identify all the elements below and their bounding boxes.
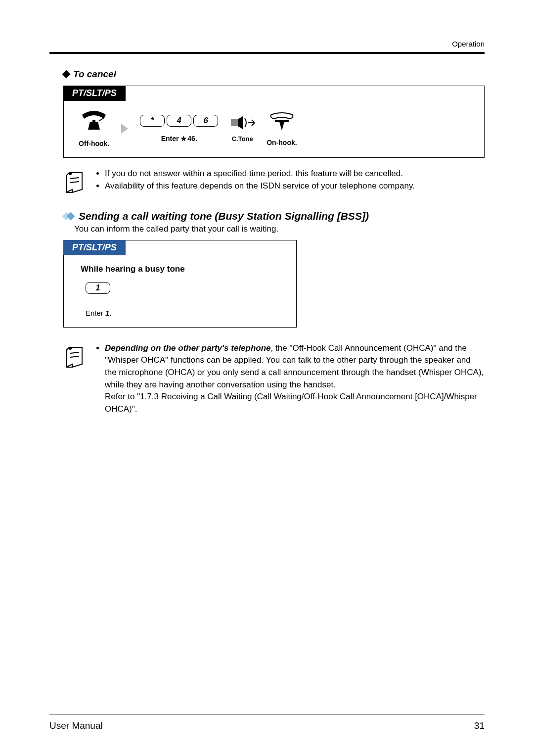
step-onhook: On-hook. bbox=[267, 111, 297, 146]
bss-title: Sending a call waiting tone (Busy Statio… bbox=[79, 210, 369, 222]
bss-tab: PT/SLT/PS bbox=[63, 240, 126, 255]
onhook-label: On-hook. bbox=[267, 139, 297, 146]
note-text-1: If you do not answer within a specified … bbox=[95, 168, 415, 192]
svg-line-4 bbox=[70, 178, 79, 179]
key-star: * bbox=[140, 115, 165, 127]
ctone-label: C.Tone bbox=[232, 135, 253, 142]
notes-block-2: Depending on the other party's telephone… bbox=[63, 342, 485, 416]
key-sequence: * 4 6 bbox=[140, 115, 218, 127]
note-icon-2 bbox=[63, 344, 85, 370]
ctone-icon bbox=[230, 115, 255, 130]
bss-title-row: Sending a call waiting tone (Busy Statio… bbox=[63, 210, 485, 222]
notes-block-1: If you do not answer within a specified … bbox=[63, 168, 485, 195]
key-6: 6 bbox=[193, 115, 218, 127]
note2-refer: Refer to "1.7.3 Receiving a Call Waiting… bbox=[105, 392, 477, 414]
key-4: 4 bbox=[167, 115, 191, 127]
svg-point-6 bbox=[69, 347, 72, 350]
step-enter-keys: * 4 6 Enter ★46. bbox=[140, 115, 218, 142]
svg-point-3 bbox=[69, 172, 72, 175]
step-offhook: Off-hook. bbox=[79, 110, 109, 147]
offhook-icon bbox=[80, 110, 108, 132]
svg-rect-2 bbox=[275, 120, 289, 122]
svg-rect-1 bbox=[231, 119, 238, 126]
svg-line-8 bbox=[70, 356, 79, 357]
cancel-tab: PT/SLT/PS bbox=[63, 86, 126, 101]
note1-item2: Availability of this feature depends on … bbox=[105, 180, 415, 192]
bss-desc: You can inform the called party that you… bbox=[74, 224, 485, 234]
key-1: 1 bbox=[86, 282, 110, 294]
svg-line-5 bbox=[70, 182, 79, 183]
svg-line-7 bbox=[70, 352, 79, 353]
footer-page-number: 31 bbox=[474, 720, 485, 731]
cancel-flow: Off-hook. * 4 6 Enter ★46. bbox=[79, 110, 469, 147]
bss-procedure-box: PT/SLT/PS While hearing a busy tone 1 En… bbox=[63, 240, 297, 328]
note-icon bbox=[63, 170, 85, 195]
footer-left: User Manual bbox=[49, 720, 103, 731]
bss-enter-pre: Enter bbox=[86, 309, 105, 317]
step-ctone: C.Tone bbox=[230, 115, 255, 142]
twin-diamond-icon bbox=[63, 213, 74, 219]
enter-prefix: Enter bbox=[161, 135, 179, 142]
svg-rect-0 bbox=[92, 120, 95, 123]
to-cancel-heading: To cancel bbox=[63, 69, 485, 80]
note-text-2: Depending on the other party's telephone… bbox=[95, 342, 485, 416]
bss-enter-post: . bbox=[109, 309, 111, 317]
note2-lead: Depending on the other party's telephone bbox=[105, 343, 271, 353]
note1-item1: If you do not answer within a specified … bbox=[105, 168, 415, 180]
cancel-procedure-box: PT/SLT/PS Off-hook. * 4 6 bbox=[63, 86, 485, 158]
header-category: Operation bbox=[49, 40, 485, 48]
bss-enter-text: Enter 1. bbox=[86, 309, 281, 317]
enter-num: 46. bbox=[187, 135, 197, 142]
bss-box-heading: While hearing a busy tone bbox=[81, 264, 281, 274]
note2-item: Depending on the other party's telephone… bbox=[105, 342, 485, 416]
header-rule bbox=[49, 52, 485, 54]
diamond-bullet-icon bbox=[62, 70, 71, 79]
enter-label: Enter ★46. bbox=[161, 135, 197, 142]
footer-rule bbox=[49, 714, 485, 714]
to-cancel-text: To cancel bbox=[73, 69, 116, 80]
page-footer: User Manual 31 bbox=[49, 714, 485, 731]
arrow-icon bbox=[121, 124, 128, 134]
onhook-icon bbox=[268, 111, 296, 131]
offhook-label: Off-hook. bbox=[79, 140, 109, 147]
